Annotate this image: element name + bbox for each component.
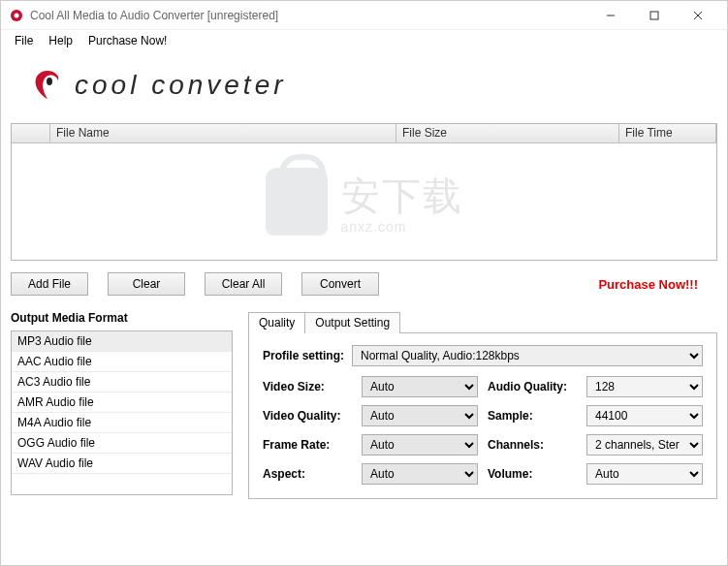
close-button[interactable] [676, 2, 719, 29]
grid-header-name[interactable]: File Name [50, 124, 396, 142]
add-file-button[interactable]: Add File [11, 272, 88, 296]
format-item[interactable]: AMR Audio file [12, 393, 232, 413]
menu-file[interactable]: File [7, 32, 41, 49]
format-list[interactable]: MP3 Audio file AAC Audio file AC3 Audio … [11, 330, 233, 495]
svg-rect-3 [650, 12, 658, 19]
tabbar: Quality Output Setting [248, 311, 717, 332]
video-quality-select[interactable]: Auto [362, 405, 478, 426]
grid-header: File Name File Size File Time [12, 124, 716, 143]
format-item[interactable]: MP3 Audio file [12, 331, 232, 352]
titlebar: Cool All Media to Audio Converter [unreg… [1, 1, 727, 30]
clear-all-button[interactable]: Clear All [205, 272, 282, 296]
video-size-label: Video Size: [263, 380, 352, 393]
convert-button[interactable]: Convert [301, 272, 379, 296]
audio-quality-select[interactable]: 128 [586, 376, 703, 397]
profile-select[interactable]: Normal Quality, Audio:128kbps [352, 345, 703, 366]
watermark: 安下载 anxz.com [266, 168, 463, 236]
format-item[interactable]: AAC Audio file [12, 352, 232, 372]
frame-rate-label: Frame Rate: [263, 438, 352, 452]
logo-area: cool conveter [11, 57, 717, 123]
format-item[interactable]: WAV Audio file [12, 454, 232, 474]
tab-content-quality: Profile setting: Normal Quality, Audio:1… [248, 332, 717, 499]
tab-quality[interactable]: Quality [248, 312, 305, 333]
sample-label: Sample: [488, 409, 577, 423]
maximize-button[interactable] [632, 2, 676, 29]
frame-rate-select[interactable]: Auto [362, 434, 478, 456]
app-icon [9, 8, 24, 23]
video-quality-label: Video Quality: [263, 409, 352, 423]
audio-quality-label: Audio Quality: [488, 380, 577, 393]
clear-button[interactable]: Clear [108, 272, 185, 296]
menu-help[interactable]: Help [41, 32, 80, 49]
aspect-label: Aspect: [263, 467, 352, 481]
svg-point-1 [15, 13, 19, 17]
grid-header-time[interactable]: File Time [619, 124, 716, 142]
shield-icon [266, 168, 328, 236]
grid-body[interactable]: 安下载 anxz.com [12, 143, 716, 260]
file-grid: File Name File Size File Time 安下载 anxz.c… [11, 123, 717, 261]
volume-label: Volume: [488, 467, 577, 481]
channels-label: Channels: [488, 438, 577, 452]
sample-select[interactable]: 44100 [586, 405, 703, 426]
settings-panel: Quality Output Setting Profile setting: … [248, 311, 717, 499]
button-row: Add File Clear Clear All Convert Purchas… [11, 272, 717, 296]
purchase-link[interactable]: Purchase Now!!! [598, 277, 698, 292]
format-item[interactable]: M4A Audio file [12, 413, 232, 433]
grid-header-size[interactable]: File Size [396, 124, 619, 142]
window-title: Cool All Media to Audio Converter [unreg… [30, 9, 588, 22]
aspect-select[interactable]: Auto [362, 463, 478, 485]
format-item[interactable]: AC3 Audio file [12, 372, 232, 393]
tab-output-setting[interactable]: Output Setting [304, 312, 400, 333]
format-item[interactable]: OGG Audio file [12, 433, 232, 454]
format-title: Output Media Format [11, 311, 233, 325]
format-panel: Output Media Format MP3 Audio file AAC A… [11, 311, 233, 499]
volume-select[interactable]: Auto [586, 463, 703, 485]
svg-point-6 [47, 78, 52, 85]
logo-text: cool conveter [75, 70, 287, 101]
logo-icon [30, 68, 65, 103]
watermark-sub: anxz.com [341, 219, 463, 235]
profile-label: Profile setting: [263, 349, 352, 362]
menu-purchase[interactable]: Purchase Now! [80, 32, 174, 49]
video-size-select[interactable]: Auto [362, 376, 478, 397]
minimize-button[interactable] [588, 2, 632, 29]
watermark-text: 安下载 [341, 170, 463, 223]
grid-header-check[interactable] [12, 124, 50, 142]
channels-select[interactable]: 2 channels, Ster [586, 434, 703, 456]
menubar: File Help Purchase Now! [1, 30, 727, 51]
